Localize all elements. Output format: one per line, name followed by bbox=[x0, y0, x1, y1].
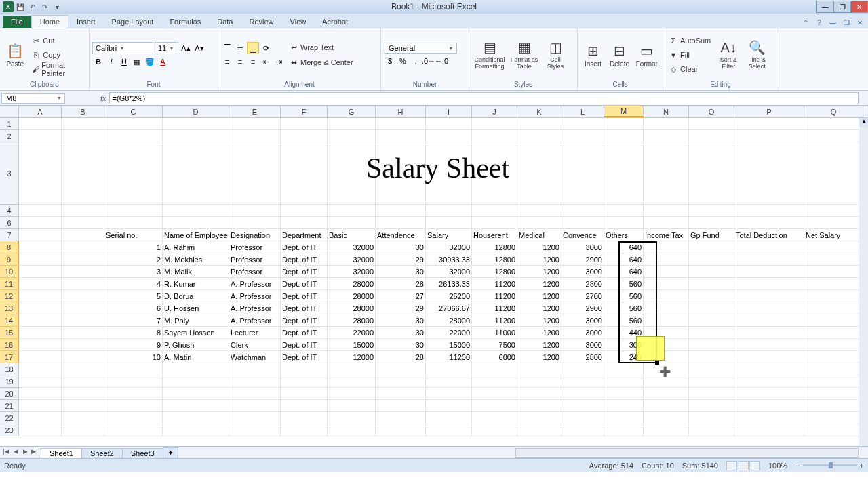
fill-handle[interactable] bbox=[655, 361, 659, 365]
cell[interactable] bbox=[281, 388, 328, 400]
cell[interactable] bbox=[104, 363, 163, 375]
cell[interactable] bbox=[734, 253, 804, 266]
copy-button[interactable]: ⎘Copy bbox=[28, 48, 86, 62]
cell[interactable] bbox=[104, 142, 163, 205]
col-header-B[interactable]: B bbox=[62, 106, 104, 117]
cell[interactable] bbox=[561, 205, 604, 217]
workbook-close-icon[interactable]: ✕ bbox=[854, 17, 865, 28]
cell[interactable] bbox=[328, 388, 376, 400]
cell[interactable] bbox=[62, 375, 104, 388]
cell[interactable] bbox=[229, 424, 281, 436]
cell[interactable]: Dept. of IT bbox=[281, 302, 328, 314]
cell[interactable]: 28 bbox=[376, 351, 426, 363]
cell[interactable] bbox=[804, 400, 863, 412]
cell[interactable]: 6 bbox=[104, 302, 163, 314]
cell[interactable] bbox=[561, 400, 604, 412]
cell[interactable]: 30 bbox=[376, 327, 426, 339]
cell[interactable]: Dept. of IT bbox=[281, 314, 328, 327]
cell[interactable]: 3000 bbox=[561, 266, 604, 278]
minimize-button[interactable]: — bbox=[816, 1, 834, 13]
cell[interactable]: M. Poly bbox=[163, 314, 229, 327]
cell[interactable]: Watchman bbox=[229, 351, 281, 363]
cell[interactable]: 12800 bbox=[472, 266, 517, 278]
cell[interactable]: Dept. of IT bbox=[281, 278, 328, 290]
cell[interactable] bbox=[426, 388, 472, 400]
cell[interactable] bbox=[163, 400, 229, 412]
cell[interactable]: Professor bbox=[229, 266, 281, 278]
cell[interactable] bbox=[376, 118, 426, 130]
cell[interactable] bbox=[19, 375, 62, 388]
cell[interactable] bbox=[62, 424, 104, 436]
fill-color-button[interactable]: 🪣 bbox=[144, 56, 156, 68]
decrease-decimal-icon[interactable]: ←.0 bbox=[435, 55, 448, 67]
cell[interactable] bbox=[472, 400, 517, 412]
clear-button[interactable]: ◇Clear bbox=[666, 62, 713, 76]
row-header[interactable]: 23 bbox=[0, 424, 19, 436]
cell[interactable]: 28 bbox=[376, 278, 426, 290]
cell[interactable]: A. Professor bbox=[229, 302, 281, 314]
cell[interactable]: 240 bbox=[604, 351, 644, 363]
cell[interactable]: 3000 bbox=[561, 339, 604, 351]
cell[interactable] bbox=[104, 412, 163, 424]
cell[interactable] bbox=[19, 118, 62, 130]
cell[interactable]: 1200 bbox=[517, 302, 561, 314]
cell[interactable] bbox=[62, 253, 104, 266]
cell[interactable] bbox=[604, 375, 644, 388]
bold-button[interactable]: B bbox=[92, 56, 104, 68]
vertical-scrollbar[interactable]: ▲ bbox=[859, 118, 868, 446]
cell[interactable] bbox=[426, 205, 472, 217]
cell[interactable]: 1200 bbox=[517, 339, 561, 351]
help-icon[interactable]: ? bbox=[814, 17, 825, 28]
cell[interactable]: 30 bbox=[376, 339, 426, 351]
cell[interactable] bbox=[689, 290, 734, 302]
cell[interactable] bbox=[472, 375, 517, 388]
col-header-I[interactable]: I bbox=[426, 106, 472, 117]
cell[interactable] bbox=[472, 217, 517, 229]
cell[interactable] bbox=[62, 302, 104, 314]
cell[interactable] bbox=[19, 278, 62, 290]
cell[interactable] bbox=[517, 412, 561, 424]
cell[interactable]: 2900 bbox=[561, 302, 604, 314]
cell[interactable] bbox=[19, 217, 62, 229]
cell[interactable]: 26133.33 bbox=[426, 278, 472, 290]
cell[interactable]: Others bbox=[604, 229, 644, 241]
cell[interactable]: 12800 bbox=[472, 253, 517, 266]
col-header-J[interactable]: J bbox=[472, 106, 517, 117]
cell[interactable] bbox=[426, 400, 472, 412]
cell[interactable] bbox=[689, 412, 734, 424]
cell[interactable] bbox=[644, 388, 689, 400]
cell[interactable] bbox=[804, 424, 863, 436]
cell[interactable] bbox=[376, 205, 426, 217]
cell[interactable]: 1200 bbox=[517, 241, 561, 253]
formula-bar[interactable]: =(G8*2%) bbox=[109, 92, 859, 104]
cell[interactable]: R. Kumar bbox=[163, 278, 229, 290]
cell[interactable] bbox=[19, 290, 62, 302]
cell[interactable] bbox=[804, 130, 863, 142]
cell[interactable] bbox=[644, 314, 689, 327]
cell[interactable] bbox=[734, 217, 804, 229]
cell[interactable] bbox=[689, 302, 734, 314]
cell[interactable]: 28000 bbox=[328, 290, 376, 302]
cell[interactable] bbox=[163, 130, 229, 142]
cell[interactable] bbox=[281, 217, 328, 229]
align-middle-icon[interactable]: ═ bbox=[234, 42, 246, 54]
scroll-up-icon[interactable]: ▲ bbox=[859, 118, 868, 127]
cell[interactable]: Basic bbox=[328, 229, 376, 241]
cell[interactable] bbox=[328, 400, 376, 412]
cell[interactable]: 3 bbox=[104, 266, 163, 278]
name-box[interactable]: M8▾ bbox=[1, 93, 65, 104]
cell[interactable] bbox=[19, 351, 62, 363]
cell[interactable] bbox=[517, 400, 561, 412]
cell[interactable] bbox=[644, 241, 689, 253]
col-header-O[interactable]: O bbox=[689, 106, 734, 117]
font-color-button[interactable]: A bbox=[157, 56, 169, 68]
home-tab[interactable]: Home bbox=[31, 15, 68, 28]
sheet-prev-icon[interactable]: ◀ bbox=[11, 448, 20, 458]
cell[interactable] bbox=[689, 241, 734, 253]
cell[interactable] bbox=[734, 290, 804, 302]
cell[interactable] bbox=[689, 205, 734, 217]
cell[interactable] bbox=[644, 118, 689, 130]
cell[interactable] bbox=[561, 363, 604, 375]
cell[interactable]: 15000 bbox=[426, 339, 472, 351]
cell[interactable] bbox=[604, 424, 644, 436]
